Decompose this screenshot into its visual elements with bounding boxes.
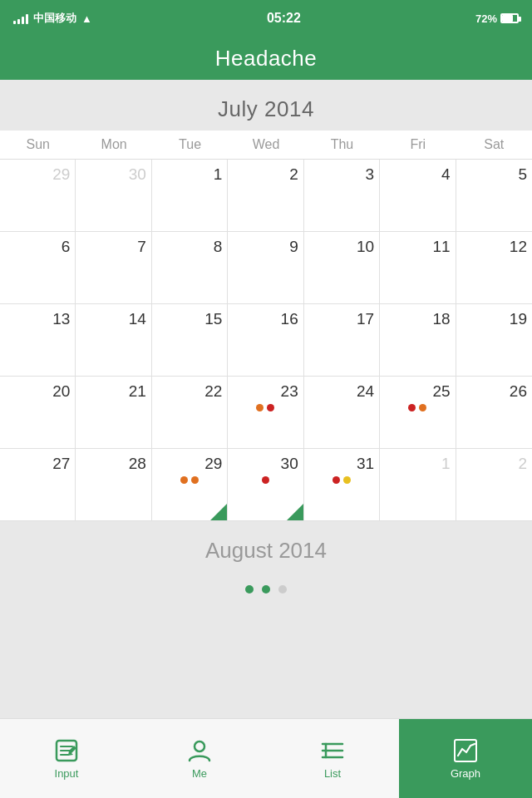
day-header-wed: Wed bbox=[228, 131, 303, 159]
calendar-day-16[interactable]: 16 bbox=[228, 304, 303, 376]
calendar-day-12[interactable]: 12 bbox=[456, 232, 532, 303]
corner-triangle-29 bbox=[210, 504, 227, 520]
dots-row-29 bbox=[157, 476, 222, 484]
tab-list[interactable]: List bbox=[266, 719, 399, 798]
day-header-sun: Sun bbox=[0, 131, 76, 159]
calendar-weeks: 29 30 1 2 3 4 5 bbox=[0, 160, 532, 521]
calendar-day-18[interactable]: 18 bbox=[380, 304, 456, 376]
calendar-day-4[interactable]: 4 bbox=[380, 160, 456, 231]
app-title: Headache bbox=[215, 46, 318, 71]
calendar-day-9[interactable]: 9 bbox=[228, 232, 303, 303]
calendar-day-1[interactable]: 1 bbox=[152, 160, 228, 231]
dot-orange-29a bbox=[180, 476, 188, 484]
calendar-day-30[interactable]: 30 bbox=[228, 449, 303, 520]
dot-red-25 bbox=[408, 404, 416, 411]
calendar-day-aug-2[interactable]: 2 bbox=[456, 449, 532, 520]
day-header-sat: Sat bbox=[456, 131, 532, 159]
day-header-mon: Mon bbox=[76, 131, 151, 159]
tab-graph[interactable]: Graph bbox=[399, 719, 532, 798]
calendar-day-27[interactable]: 27 bbox=[0, 449, 76, 520]
page-dots bbox=[0, 572, 532, 607]
tab-input[interactable]: Input bbox=[0, 719, 133, 798]
page-dot-3[interactable] bbox=[278, 585, 287, 594]
tab-list-label: List bbox=[324, 767, 341, 780]
day-header-thu: Thu bbox=[304, 131, 380, 159]
signal-bars bbox=[13, 12, 28, 24]
status-bar: 中国移动 ▲ 05:22 72% bbox=[0, 0, 532, 37]
tab-me-label: Me bbox=[192, 767, 207, 780]
battery-percent: 72% bbox=[475, 12, 497, 25]
calendar-day-21[interactable]: 21 bbox=[76, 377, 151, 448]
app-header: Headache bbox=[0, 37, 532, 80]
calendar-day-20[interactable]: 20 bbox=[0, 377, 76, 448]
calendar-day-30-inactive[interactable]: 30 bbox=[76, 160, 151, 231]
page-dot-2[interactable] bbox=[262, 585, 270, 594]
calendar-week-5: 27 28 29 30 bbox=[0, 449, 532, 521]
tab-graph-label: Graph bbox=[451, 767, 480, 780]
corner-triangle-30 bbox=[287, 504, 303, 520]
battery-icon bbox=[500, 13, 519, 23]
calendar-grid-july: Sun Mon Tue Wed Thu Fri Sat 29 30 1 bbox=[0, 131, 532, 521]
calendar-day-15[interactable]: 15 bbox=[152, 304, 228, 376]
wifi-icon: ▲ bbox=[81, 12, 92, 25]
calendar-day-17[interactable]: 17 bbox=[304, 304, 380, 376]
calendar-day-7[interactable]: 7 bbox=[76, 232, 151, 303]
calendar-week-1: 29 30 1 2 3 4 5 bbox=[0, 160, 532, 232]
month-label-august: August 2014 bbox=[0, 521, 532, 572]
calendar-day-26[interactable]: 26 bbox=[456, 377, 532, 448]
calendar-day-aug-1[interactable]: 1 bbox=[380, 449, 456, 520]
calendar-day-25[interactable]: 25 bbox=[380, 377, 456, 448]
day-headers: Sun Mon Tue Wed Thu Fri Sat bbox=[0, 131, 532, 160]
calendar-day-2[interactable]: 2 bbox=[228, 160, 303, 231]
calendar-day-19[interactable]: 19 bbox=[456, 304, 532, 376]
dots-row-30 bbox=[233, 476, 298, 484]
calendar-day-8[interactable]: 8 bbox=[152, 232, 228, 303]
tab-input-label: Input bbox=[55, 767, 79, 780]
calendar-day-3[interactable]: 3 bbox=[304, 160, 380, 231]
calendar-day-10[interactable]: 10 bbox=[304, 232, 380, 303]
tab-bar: Input Me List Graph bbox=[0, 718, 532, 798]
input-icon bbox=[53, 737, 80, 764]
calendar-week-3: 13 14 15 16 17 18 19 bbox=[0, 304, 532, 377]
calendar-day-23[interactable]: 23 bbox=[228, 377, 303, 448]
calendar-day-22[interactable]: 22 bbox=[152, 377, 228, 448]
dot-orange-29b bbox=[191, 476, 199, 484]
page-dot-1[interactable] bbox=[245, 585, 254, 594]
dot-orange bbox=[256, 404, 264, 411]
list-icon bbox=[319, 737, 346, 764]
dots-row-23 bbox=[233, 404, 298, 411]
calendar-day-6[interactable]: 6 bbox=[0, 232, 76, 303]
dot-orange-25 bbox=[419, 404, 426, 411]
calendar-day-28[interactable]: 28 bbox=[76, 449, 151, 520]
calendar-day-31[interactable]: 31 bbox=[304, 449, 380, 520]
status-time: 05:22 bbox=[267, 11, 301, 26]
calendar-day-5[interactable]: 5 bbox=[456, 160, 532, 231]
graph-icon bbox=[452, 737, 479, 764]
dot-yellow-31 bbox=[343, 476, 351, 484]
calendar-day-14[interactable]: 14 bbox=[76, 304, 151, 376]
dot-red-31 bbox=[332, 476, 340, 484]
month-label-july: July 2014 bbox=[0, 80, 532, 131]
calendar-day-24[interactable]: 24 bbox=[304, 377, 380, 448]
svg-point-4 bbox=[195, 741, 204, 751]
dot-red bbox=[267, 404, 274, 411]
carrier-label: 中国移动 bbox=[33, 11, 76, 26]
battery-area: 72% bbox=[475, 12, 519, 25]
calendar-day-11[interactable]: 11 bbox=[380, 232, 456, 303]
tab-me[interactable]: Me bbox=[133, 719, 266, 798]
dot-red-30 bbox=[262, 476, 269, 484]
calendar-day-13[interactable]: 13 bbox=[0, 304, 76, 376]
calendar-day-29[interactable]: 29 bbox=[152, 449, 228, 520]
calendar-scroll[interactable]: July 2014 Sun Mon Tue Wed Thu Fri Sat 29… bbox=[0, 80, 532, 712]
dots-row-25 bbox=[385, 404, 450, 411]
me-icon bbox=[186, 737, 213, 764]
day-header-tue: Tue bbox=[152, 131, 228, 159]
signal-area: 中国移动 ▲ bbox=[13, 11, 92, 26]
day-header-fri: Fri bbox=[380, 131, 456, 159]
calendar-day-29-inactive[interactable]: 29 bbox=[0, 160, 76, 231]
dots-row-31 bbox=[309, 476, 374, 484]
calendar-week-4: 20 21 22 23 24 bbox=[0, 377, 532, 449]
calendar-week-2: 6 7 8 9 10 11 12 bbox=[0, 232, 532, 304]
